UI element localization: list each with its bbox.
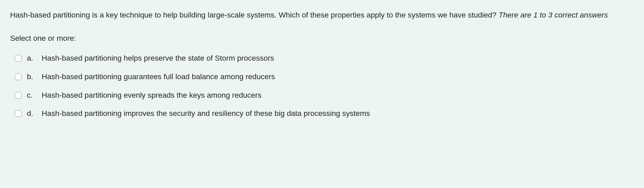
checkbox-wrap bbox=[15, 92, 22, 99]
option-checkbox-b[interactable] bbox=[15, 73, 22, 80]
option-checkbox-a[interactable] bbox=[15, 55, 22, 62]
question-hint: There are 1 to 3 correct answers bbox=[498, 11, 608, 19]
options-list: a. Hash-based partitioning helps preserv… bbox=[10, 49, 634, 123]
option-letter: b. bbox=[27, 71, 38, 83]
option-checkbox-c[interactable] bbox=[15, 92, 22, 99]
option-row: b. Hash-based partitioning guarantees fu… bbox=[10, 68, 634, 86]
option-letter: a. bbox=[27, 53, 38, 64]
option-text: Hash-based partitioning guarantees full … bbox=[42, 71, 634, 83]
checkbox-wrap bbox=[15, 110, 22, 117]
option-row: a. Hash-based partitioning helps preserv… bbox=[10, 49, 634, 68]
instruction-text: Select one or more: bbox=[10, 33, 634, 44]
checkbox-wrap bbox=[15, 73, 22, 80]
question-text: Hash-based partitioning is a key techniq… bbox=[10, 9, 634, 21]
option-text: Hash-based partitioning improves the sec… bbox=[42, 108, 634, 120]
option-row: d. Hash-based partitioning improves the … bbox=[10, 104, 634, 123]
option-row: c. Hash-based partitioning evenly spread… bbox=[10, 86, 634, 105]
option-checkbox-d[interactable] bbox=[15, 110, 22, 117]
option-letter: d. bbox=[27, 108, 38, 120]
option-text: Hash-based partitioning evenly spreads t… bbox=[42, 90, 634, 101]
option-text: Hash-based partitioning helps preserve t… bbox=[42, 53, 634, 64]
question-main: Hash-based partitioning is a key techniq… bbox=[10, 11, 498, 19]
option-letter: c. bbox=[27, 90, 38, 101]
checkbox-wrap bbox=[15, 55, 22, 62]
